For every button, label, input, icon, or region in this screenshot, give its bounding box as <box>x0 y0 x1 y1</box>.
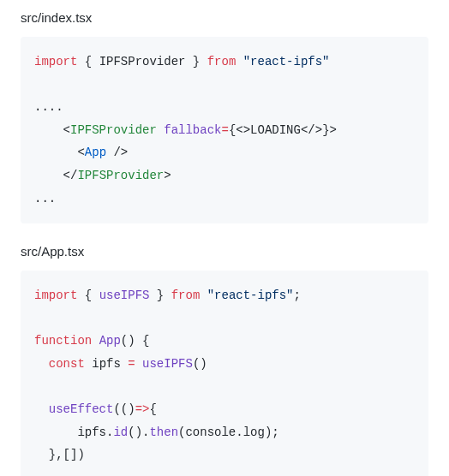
token-plain <box>34 357 49 371</box>
token-type: useIPFS <box>142 357 193 371</box>
code-block: import { useIPFS } from "react-ipfs"; fu… <box>21 271 428 476</box>
code-line: function App() { <box>34 334 149 348</box>
token-plain <box>135 357 142 371</box>
token-plain <box>121 357 128 371</box>
token-tag: IPFSProvider <box>77 169 164 182</box>
token-plain <box>34 402 49 416</box>
document-root: src/index.tsximport { IPFSProvider } fro… <box>21 10 428 476</box>
token-plain <box>157 123 164 137</box>
token-plain <box>92 334 99 348</box>
token-plain: < <box>63 123 70 137</box>
token-kw: = <box>221 123 228 137</box>
token-plain: </ <box>63 169 78 182</box>
token-plain: ... <box>34 192 56 205</box>
code-line: <IPFSProvider fallback={<>LOADING</>}> <box>34 123 337 137</box>
token-plain: () { <box>121 334 150 348</box>
token-plain: }> <box>322 123 337 137</box>
token-kw: => <box>135 402 150 416</box>
token-plain: </> <box>301 123 322 137</box>
token-kw: function <box>34 334 92 348</box>
file-heading: src/App.tsx <box>21 244 428 259</box>
token-plain: .... <box>34 100 63 114</box>
token-var: App <box>85 146 106 159</box>
token-kw: const <box>49 357 85 371</box>
token-plain: { <box>149 402 156 416</box>
token-type: id <box>113 425 128 439</box>
code-block: import { IPFSProvider } from "react-ipfs… <box>21 37 428 223</box>
token-tag: IPFSProvider <box>70 123 157 137</box>
token-plain: },[]) <box>34 448 85 461</box>
token-plain: LOADING <box>250 123 301 137</box>
token-plain: < <box>77 146 84 159</box>
token-plain: { <box>77 55 99 68</box>
token-plain: ; <box>294 289 301 302</box>
token-plain: ipfs <box>92 357 121 371</box>
token-kw: import <box>34 289 77 302</box>
token-type: App <box>99 334 121 348</box>
token-plain: <> <box>236 123 250 137</box>
code-line: <App /> <box>34 146 128 159</box>
token-plain <box>34 169 63 182</box>
token-str: "react-ipfs" <box>207 289 294 302</box>
token-str: "react-ipfs" <box>243 55 330 68</box>
token-kw: import <box>34 55 77 68</box>
token-plain: (() <box>113 402 135 416</box>
token-plain: IPFSProvider <box>99 55 186 68</box>
token-attr: fallback <box>164 123 221 137</box>
token-type: useIPFS <box>99 289 150 302</box>
code-line: </IPFSProvider> <box>34 169 171 182</box>
token-kw: from <box>171 289 201 302</box>
file-heading: src/index.tsx <box>21 10 428 25</box>
token-plain: () <box>193 357 207 371</box>
token-kw: from <box>207 55 236 68</box>
token-plain: ipfs. <box>34 425 113 439</box>
code-line: useEffect(()=>{ <box>34 402 157 416</box>
token-plain <box>236 55 242 68</box>
token-type: then <box>149 425 178 439</box>
code-line: import { useIPFS } from "react-ipfs"; <box>34 289 301 302</box>
code-line: ipfs.id().then(console.log); <box>34 425 279 439</box>
token-plain: (console. <box>178 425 243 439</box>
code-line: ... <box>34 192 56 205</box>
token-plain: ); <box>265 425 279 439</box>
token-plain: } <box>185 55 207 68</box>
code-line: import { IPFSProvider } from "react-ipfs… <box>34 55 330 68</box>
token-type: useEffect <box>49 402 114 416</box>
code-line: .... <box>34 100 63 114</box>
token-plain: { <box>77 289 99 302</box>
token-plain <box>200 289 207 302</box>
token-plain: /> <box>106 146 128 159</box>
code-line: },[]) <box>34 448 85 461</box>
token-plain: (). <box>128 425 149 439</box>
code-line: const ipfs = useIPFS() <box>34 357 207 371</box>
token-plain <box>34 146 77 159</box>
token-plain <box>34 123 63 137</box>
token-plain: log <box>243 425 265 439</box>
token-plain <box>85 357 92 371</box>
token-plain: > <box>164 169 171 182</box>
token-kw: = <box>128 357 135 371</box>
token-plain: } <box>149 289 171 302</box>
